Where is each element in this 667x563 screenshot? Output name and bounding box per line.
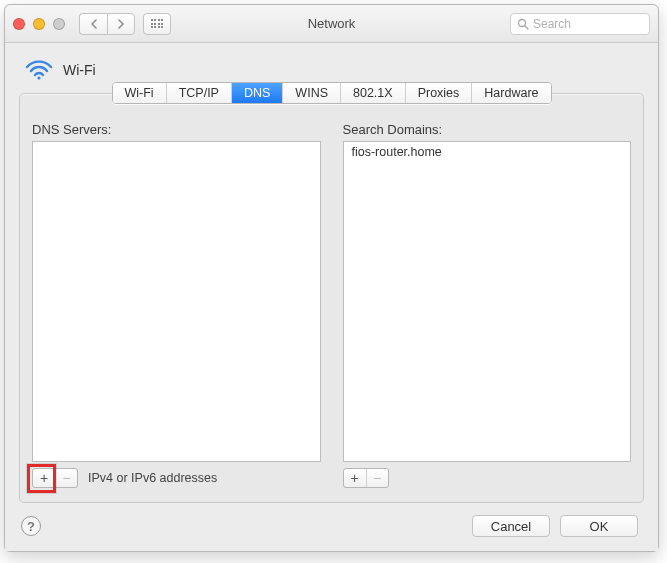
tab-8021x[interactable]: 802.1X bbox=[341, 83, 406, 103]
svg-point-2 bbox=[37, 76, 40, 79]
tab-wifi[interactable]: Wi-Fi bbox=[113, 83, 167, 103]
search-input[interactable] bbox=[533, 17, 643, 31]
tab-bar-wrap: Wi-Fi TCP/IP DNS WINS 802.1X Proxies Har… bbox=[32, 82, 631, 104]
svg-line-1 bbox=[525, 25, 528, 28]
titlebar: Network bbox=[5, 5, 658, 43]
list-item[interactable] bbox=[33, 142, 320, 148]
tab-tcpip[interactable]: TCP/IP bbox=[167, 83, 232, 103]
window-body: Wi-Fi Wi-Fi TCP/IP DNS WINS 802.1X Proxi… bbox=[5, 43, 658, 551]
plus-icon: + bbox=[40, 470, 48, 486]
tab-wins[interactable]: WINS bbox=[283, 83, 341, 103]
search-icon bbox=[517, 18, 529, 30]
minimize-icon[interactable] bbox=[33, 18, 45, 30]
show-all-button[interactable] bbox=[143, 13, 171, 35]
dns-add-remove: + − bbox=[32, 468, 78, 488]
dns-hint: IPv4 or IPv6 addresses bbox=[88, 471, 217, 485]
domains-add-button[interactable]: + bbox=[344, 469, 366, 487]
list-item[interactable]: fios-router.home bbox=[344, 142, 631, 162]
search-field[interactable] bbox=[510, 13, 650, 35]
chevron-left-icon bbox=[90, 19, 98, 29]
settings-panel: Wi-Fi TCP/IP DNS WINS 802.1X Proxies Har… bbox=[19, 93, 644, 503]
domains-list-controls: + − bbox=[343, 468, 632, 488]
domains-add-remove: + − bbox=[343, 468, 389, 488]
nav-back-forward bbox=[79, 13, 135, 35]
help-icon: ? bbox=[27, 519, 35, 534]
grid-icon bbox=[151, 19, 164, 28]
minus-icon: − bbox=[373, 470, 381, 486]
window-controls bbox=[13, 18, 65, 30]
help-button[interactable]: ? bbox=[21, 516, 41, 536]
dns-remove-button[interactable]: − bbox=[55, 469, 77, 487]
dns-add-button[interactable]: + bbox=[33, 469, 55, 487]
search-domains-list[interactable]: fios-router.home bbox=[343, 141, 632, 462]
footer: ? Cancel OK bbox=[19, 503, 644, 537]
search-domains-label: Search Domains: bbox=[343, 122, 632, 137]
back-button[interactable] bbox=[79, 13, 107, 35]
cancel-button[interactable]: Cancel bbox=[472, 515, 550, 537]
minus-icon: − bbox=[62, 470, 70, 486]
tab-proxies[interactable]: Proxies bbox=[406, 83, 473, 103]
close-icon[interactable] bbox=[13, 18, 25, 30]
dns-servers-column: DNS Servers: + − IPv4 o bbox=[32, 122, 321, 488]
forward-button[interactable] bbox=[107, 13, 135, 35]
wifi-icon bbox=[25, 59, 53, 81]
adapter-name: Wi-Fi bbox=[63, 62, 96, 78]
tab-dns[interactable]: DNS bbox=[232, 83, 283, 103]
plus-icon: + bbox=[350, 470, 358, 486]
tab-bar: Wi-Fi TCP/IP DNS WINS 802.1X Proxies Har… bbox=[112, 82, 552, 104]
search-domains-column: Search Domains: fios-router.home + − bbox=[343, 122, 632, 488]
domains-remove-button[interactable]: − bbox=[366, 469, 388, 487]
dns-columns: DNS Servers: + − IPv4 o bbox=[32, 122, 631, 488]
chevron-right-icon bbox=[117, 19, 125, 29]
dns-servers-label: DNS Servers: bbox=[32, 122, 321, 137]
ok-button[interactable]: OK bbox=[560, 515, 638, 537]
tab-hardware[interactable]: Hardware bbox=[472, 83, 550, 103]
zoom-icon bbox=[53, 18, 65, 30]
dns-list-controls: + − IPv4 or IPv6 addresses bbox=[32, 468, 321, 488]
dns-servers-list[interactable] bbox=[32, 141, 321, 462]
preferences-window: Network Wi-Fi Wi-Fi bbox=[4, 4, 659, 552]
